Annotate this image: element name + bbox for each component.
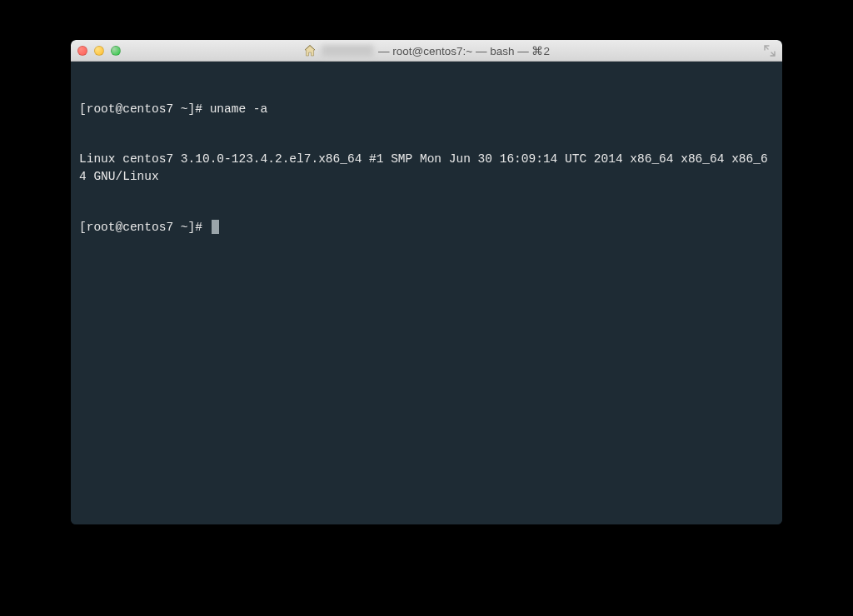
command-text: uname -a — [210, 102, 268, 116]
shell-prompt: [root@centos7 ~]# — [79, 221, 210, 234]
cursor-icon — [212, 220, 219, 234]
window-title: — root@centos7:~ — bash — ⌘2 — [303, 44, 550, 57]
terminal-line: [root@centos7 ~]# uname -a — [79, 101, 774, 117]
titlebar[interactable]: — root@centos7:~ — bash — ⌘2 — [71, 40, 782, 62]
window-title-text: — root@centos7:~ — bash — ⌘2 — [378, 44, 550, 57]
minimize-button[interactable] — [94, 46, 104, 56]
terminal-content[interactable]: [root@centos7 ~]# uname -a Linux centos7… — [71, 62, 782, 524]
terminal-output: Linux centos7 3.10.0-123.4.2.el7.x86_64 … — [79, 151, 774, 185]
terminal-window: — root@centos7:~ — bash — ⌘2 [root@cento… — [71, 40, 782, 524]
shell-prompt: [root@centos7 ~]# — [79, 102, 210, 116]
traffic-lights — [77, 46, 121, 56]
home-folder-icon — [303, 44, 317, 57]
fullscreen-button[interactable] — [764, 45, 776, 57]
redacted-hostname — [322, 45, 373, 57]
terminal-line: [root@centos7 ~]# — [79, 219, 774, 236]
close-button[interactable] — [77, 46, 87, 56]
zoom-button[interactable] — [111, 46, 121, 56]
